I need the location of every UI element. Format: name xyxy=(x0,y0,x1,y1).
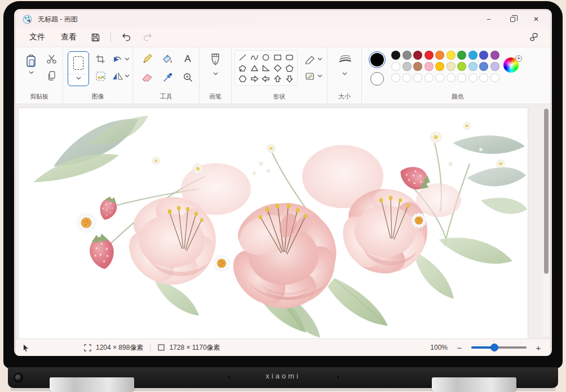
save-button[interactable] xyxy=(87,30,104,44)
close-button[interactable]: ✕ xyxy=(524,11,548,27)
palette-color-swatch[interactable] xyxy=(490,62,499,71)
palette-color-swatch[interactable] xyxy=(413,51,422,60)
size-dropdown[interactable] xyxy=(342,72,347,75)
zoom-in-button[interactable]: + xyxy=(534,343,542,353)
selection-size-icon xyxy=(83,344,92,352)
shape-polygon[interactable] xyxy=(237,63,249,73)
palette-color-swatch[interactable] xyxy=(446,51,456,60)
menu-file[interactable]: 文件 xyxy=(24,30,51,44)
rotate-icon xyxy=(112,55,123,64)
shape-pentagon[interactable] xyxy=(284,63,295,73)
eraser-button[interactable] xyxy=(140,70,154,84)
color-picker-button[interactable] xyxy=(160,70,175,84)
fill-style-icon xyxy=(305,72,316,81)
shape-diamond[interactable] xyxy=(272,63,284,73)
copilot-button[interactable] xyxy=(525,30,542,44)
pencil-button[interactable] xyxy=(140,52,154,66)
shape-hexagon[interactable] xyxy=(237,73,249,84)
undo-button[interactable] xyxy=(118,30,135,44)
palette-color-swatch[interactable] xyxy=(490,51,499,60)
brushes-button[interactable] xyxy=(208,52,223,68)
palette-empty-slot[interactable] xyxy=(468,73,477,82)
color2-swatch[interactable] xyxy=(370,72,384,86)
minimize-button[interactable]: – xyxy=(477,11,501,27)
palette-empty-slot[interactable] xyxy=(425,73,434,82)
shape-right-arrow[interactable] xyxy=(249,73,260,84)
palette-color-swatch[interactable] xyxy=(457,51,466,60)
palette-color-swatch[interactable] xyxy=(479,62,488,71)
palette-color-swatch[interactable] xyxy=(413,62,422,71)
shape-triangle[interactable] xyxy=(249,63,260,73)
rotate-button[interactable] xyxy=(110,53,131,65)
palette-color-swatch[interactable] xyxy=(435,51,444,60)
palette-empty-slot[interactable] xyxy=(435,73,444,82)
palette-color-swatch[interactable] xyxy=(425,62,434,71)
canvas-size-value: 1728 × 1170像素 xyxy=(169,343,220,353)
canvas-size-icon xyxy=(157,344,165,351)
palette-color-swatch[interactable] xyxy=(479,51,488,60)
zoom-slider-thumb[interactable] xyxy=(490,344,498,351)
paste-button[interactable] xyxy=(23,52,39,77)
shape-curve[interactable] xyxy=(249,52,260,63)
palette-color-swatch[interactable] xyxy=(457,62,466,71)
palette-color-swatch[interactable] xyxy=(391,51,400,60)
vertical-scrollbar[interactable] xyxy=(543,109,549,336)
shape-rectangle[interactable] xyxy=(272,52,284,63)
copy-button[interactable] xyxy=(44,69,59,82)
menu-view[interactable]: 查看 xyxy=(55,30,82,44)
flip-button[interactable] xyxy=(110,70,131,82)
maximize-button[interactable] xyxy=(501,11,524,27)
chevron-down-icon[interactable] xyxy=(76,77,81,80)
palette-color-swatch[interactable] xyxy=(391,62,400,71)
magnifier-button[interactable] xyxy=(180,70,195,84)
palette-color-swatch[interactable] xyxy=(403,51,412,60)
shape-rounded-rectangle[interactable] xyxy=(284,52,295,63)
palette-empty-slot[interactable] xyxy=(457,73,466,82)
shapes-label: 形状 xyxy=(232,92,327,101)
palette-empty-slot[interactable] xyxy=(446,73,456,82)
text-button[interactable]: A xyxy=(180,52,195,66)
selection-size-value: 1204 × 898像素 xyxy=(96,343,143,353)
shape-right-triangle[interactable] xyxy=(260,63,272,73)
shape-oval[interactable] xyxy=(260,52,272,63)
magnifier-icon xyxy=(183,72,193,83)
palette-empty-slot[interactable] xyxy=(413,73,422,82)
shape-outline-button[interactable] xyxy=(303,53,324,65)
restore-icon xyxy=(510,17,515,22)
size-button[interactable] xyxy=(337,53,353,65)
crop-button[interactable] xyxy=(94,53,107,65)
scrollbar-thumb[interactable] xyxy=(544,109,549,274)
shape-fill-button[interactable] xyxy=(303,70,324,82)
redo-button[interactable] xyxy=(139,30,156,44)
palette-empty-slot[interactable] xyxy=(490,73,499,82)
palette-empty-slot[interactable] xyxy=(479,73,488,82)
resize-button[interactable] xyxy=(94,70,107,82)
ribbon-toolbar: 剪贴板 xyxy=(16,47,550,104)
palette-empty-slot[interactable] xyxy=(391,73,400,82)
clipboard-label: 剪贴板 xyxy=(16,92,63,101)
menubar: 文件 查看 xyxy=(16,28,550,47)
drawing-canvas[interactable] xyxy=(19,108,528,338)
palette-color-swatch[interactable] xyxy=(403,62,412,71)
fill-button[interactable] xyxy=(160,52,175,66)
brushes-dropdown[interactable] xyxy=(213,72,218,75)
palette-color-swatch[interactable] xyxy=(435,62,444,71)
cut-button[interactable] xyxy=(44,53,59,65)
shape-down-arrow[interactable] xyxy=(284,73,295,84)
canvas-area xyxy=(16,104,550,338)
select-tool-button[interactable] xyxy=(68,51,89,86)
foreground-color xyxy=(370,53,384,66)
color1-swatch[interactable] xyxy=(369,51,386,68)
palette-empty-slot[interactable] xyxy=(403,73,412,82)
shape-line[interactable] xyxy=(237,52,249,63)
palette-color-swatch[interactable] xyxy=(468,62,477,71)
zoom-slider[interactable] xyxy=(471,344,527,351)
palette-color-swatch[interactable] xyxy=(468,51,477,60)
shape-left-arrow[interactable] xyxy=(260,73,272,84)
paint-window: 无标题 - 画图 – ✕ 文件 查看 xyxy=(16,11,550,356)
palette-color-swatch[interactable] xyxy=(446,62,456,71)
shape-up-arrow[interactable] xyxy=(272,73,284,84)
zoom-out-button[interactable]: − xyxy=(456,343,463,353)
palette-color-swatch[interactable] xyxy=(425,51,434,60)
section-clipboard: 剪贴板 xyxy=(16,47,63,104)
